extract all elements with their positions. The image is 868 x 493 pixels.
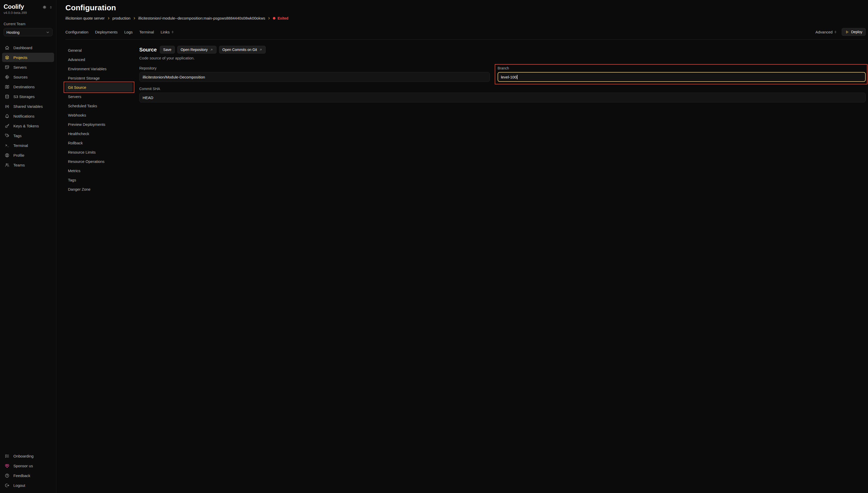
chevron-right-icon bbox=[268, 17, 271, 20]
config-subnav: General Advanced Environment Variables P… bbox=[65, 46, 139, 193]
commit-sha-input[interactable] bbox=[139, 93, 866, 102]
branch-input[interactable]: level-100 bbox=[497, 72, 866, 82]
sidebar-item-dashboard[interactable]: Dashboard bbox=[2, 43, 54, 52]
sidebar-item-terminal[interactable]: >_ Terminal bbox=[2, 141, 54, 150]
sidebar-item-label: S3 Storages bbox=[14, 94, 35, 99]
text-cursor bbox=[517, 75, 517, 79]
subnav-scheduled-tasks[interactable]: Scheduled Tasks bbox=[65, 101, 132, 110]
subnav-rollback[interactable]: Rollback bbox=[65, 138, 132, 147]
server-icon bbox=[5, 65, 9, 70]
sidebar-item-projects[interactable]: Projects bbox=[2, 53, 54, 62]
terminal-icon: >_ bbox=[5, 144, 9, 147]
subnav-git-source-label: Git Source bbox=[68, 85, 86, 89]
tab-logs[interactable]: Logs bbox=[124, 30, 133, 34]
logout-icon bbox=[5, 483, 9, 488]
sidebar-item-label: Keys & Tokens bbox=[14, 124, 39, 128]
repository-input[interactable] bbox=[139, 72, 490, 82]
save-button[interactable]: Save bbox=[160, 46, 175, 53]
branch-label: Branch bbox=[497, 66, 866, 70]
sidebar-item-teams[interactable]: Teams bbox=[2, 160, 54, 170]
sidebar-item-s3-storages[interactable]: S3 Storages bbox=[2, 92, 54, 101]
user-circle-icon bbox=[5, 153, 9, 158]
sidebar-item-feedback[interactable]: Feedback bbox=[2, 471, 54, 480]
open-commits-button[interactable]: Open Commits on Git bbox=[219, 46, 266, 53]
map-icon bbox=[5, 84, 9, 89]
sidebar-item-label: Profile bbox=[14, 153, 24, 157]
sidebar-item-sources[interactable]: Sources bbox=[2, 72, 54, 82]
sidebar-item-label: Sponsor us bbox=[14, 464, 33, 468]
sidebar-item-servers[interactable]: Servers bbox=[2, 63, 54, 72]
database-icon bbox=[5, 94, 9, 99]
branch-value: level-100 bbox=[501, 75, 516, 79]
page-title: Configuration bbox=[65, 3, 866, 12]
sidebar-item-profile[interactable]: Profile bbox=[2, 151, 54, 160]
sidebar-item-label: Projects bbox=[14, 55, 27, 60]
home-icon bbox=[5, 45, 9, 50]
sidebar-item-tags[interactable]: Tags bbox=[2, 131, 54, 140]
tab-configuration[interactable]: Configuration bbox=[65, 30, 88, 34]
sidebar-item-label: Dashboard bbox=[14, 46, 32, 50]
subnav-resource-limits[interactable]: Resource Limits bbox=[65, 148, 132, 156]
app-version: v4.0.0-beta.399 bbox=[4, 11, 52, 15]
subnav-tags[interactable]: Tags bbox=[65, 175, 132, 184]
source-heading: Source bbox=[139, 47, 157, 53]
open-repository-label: Open Repository bbox=[181, 48, 208, 52]
subnav-git-source[interactable]: Git Source bbox=[65, 83, 132, 92]
theme-selector-icon[interactable] bbox=[49, 6, 52, 9]
sidebar-item-label: Terminal bbox=[14, 143, 28, 148]
sidebar-nav: Dashboard Projects Servers Sources Desti… bbox=[0, 43, 56, 170]
tab-terminal[interactable]: Terminal bbox=[139, 30, 154, 34]
open-repository-button[interactable]: Open Repository bbox=[177, 46, 216, 53]
sidebar-item-onboarding[interactable]: Onboarding bbox=[2, 451, 54, 460]
team-select[interactable]: Hosting bbox=[4, 28, 52, 36]
subnav-metrics[interactable]: Metrics bbox=[65, 166, 132, 175]
subnav-advanced[interactable]: Advanced bbox=[65, 55, 132, 64]
breadcrumb-project[interactable]: illicitonion quote server bbox=[65, 16, 105, 20]
bell-icon bbox=[5, 114, 9, 119]
users-icon bbox=[5, 163, 9, 168]
play-icon bbox=[845, 30, 849, 34]
deploy-label: Deploy bbox=[851, 30, 862, 34]
breadcrumb-environment[interactable]: production bbox=[112, 16, 130, 20]
team-select-value: Hosting bbox=[6, 30, 20, 35]
advanced-selector[interactable]: Advanced bbox=[816, 30, 838, 34]
subnav-persistent-storage[interactable]: Persistent Storage bbox=[65, 73, 132, 82]
commit-sha-field: Commit SHA bbox=[139, 87, 866, 102]
sidebar-item-logout[interactable]: Logout bbox=[2, 481, 54, 490]
sidebar-item-shared-variables[interactable]: (x) Shared Variables bbox=[2, 102, 54, 111]
repository-field: Repository bbox=[139, 66, 490, 82]
subnav-resource-operations[interactable]: Resource Operations bbox=[65, 157, 132, 166]
theme-sun-icon[interactable] bbox=[42, 5, 47, 9]
commit-sha-label: Commit SHA bbox=[139, 87, 866, 91]
sidebar-footer-nav: Onboarding Sponsor us Feedback Logout bbox=[0, 451, 56, 490]
sidebar-item-sponsor-us[interactable]: Sponsor us bbox=[2, 461, 54, 470]
breadcrumb-application[interactable]: illicitestonion/-module--decomposition:m… bbox=[138, 16, 266, 20]
deploy-button[interactable]: Deploy bbox=[842, 28, 866, 36]
chevron-right-icon bbox=[107, 17, 110, 20]
main-panel: Configuration illicitonion quote server … bbox=[56, 0, 868, 493]
chevron-right-icon bbox=[133, 17, 136, 20]
sidebar-item-destinations[interactable]: Destinations bbox=[2, 82, 54, 91]
sidebar-item-notifications[interactable]: Notifications bbox=[2, 111, 54, 121]
variables-icon: (x) bbox=[5, 105, 9, 108]
tab-links[interactable]: Links bbox=[161, 30, 174, 34]
sidebar-item-keys-tokens[interactable]: Keys & Tokens bbox=[2, 121, 54, 130]
sidebar-item-label: Notifications bbox=[14, 114, 35, 119]
subnav-preview-deployments[interactable]: Preview Deployments bbox=[65, 120, 132, 129]
tab-deployments[interactable]: Deployments bbox=[95, 30, 118, 34]
help-circle-icon bbox=[5, 473, 9, 478]
subnav-environment-variables[interactable]: Environment Variables bbox=[65, 64, 132, 73]
advanced-label: Advanced bbox=[816, 30, 833, 34]
subnav-servers[interactable]: Servers bbox=[65, 92, 132, 101]
tags-icon bbox=[5, 133, 9, 138]
subnav-danger-zone[interactable]: Danger Zone bbox=[65, 185, 132, 193]
tab-divider bbox=[65, 39, 866, 40]
stack-icon bbox=[5, 55, 9, 60]
checklist-icon bbox=[5, 454, 9, 458]
subnav-general[interactable]: General bbox=[65, 46, 132, 55]
subnav-healthcheck[interactable]: Healthcheck bbox=[65, 129, 132, 138]
external-link-icon bbox=[210, 48, 213, 51]
subnav-webhooks[interactable]: Webhooks bbox=[65, 111, 132, 120]
branch-field: Branch level-100 bbox=[497, 66, 866, 82]
app-logo: Coolify bbox=[4, 3, 24, 10]
